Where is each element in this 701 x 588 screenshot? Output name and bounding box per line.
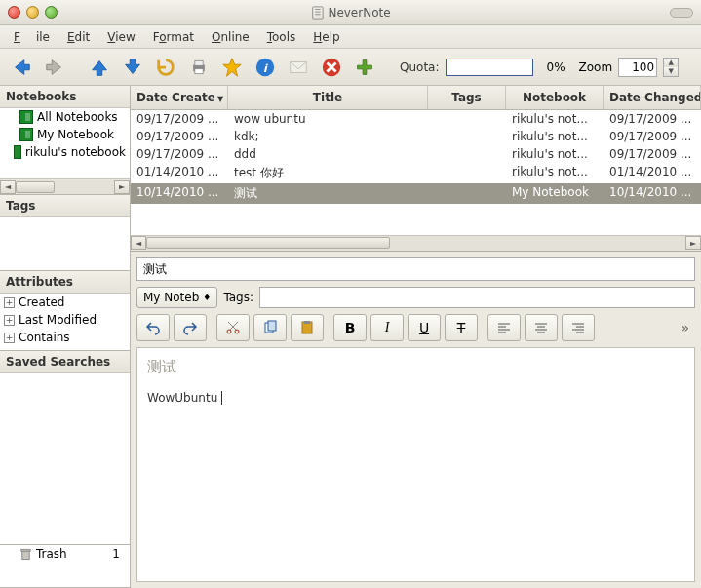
- table-row[interactable]: 01/14/2010 ...test 你好rikulu's not...01/1…: [131, 163, 701, 183]
- attributes-header[interactable]: Attributes: [0, 271, 130, 294]
- col-title[interactable]: Title: [228, 86, 428, 109]
- sync-button[interactable]: [152, 54, 179, 81]
- menu-edit[interactable]: Edit: [59, 27, 97, 47]
- expand-icon[interactable]: +: [4, 297, 15, 308]
- sort-desc-icon: ▼: [217, 95, 223, 103]
- cut-button[interactable]: [216, 314, 250, 341]
- trash-icon: [19, 547, 32, 561]
- notes-table: Date Create▼ Title Tags Notebook Date Ch…: [131, 86, 701, 252]
- window-title: NeverNote: [310, 6, 390, 20]
- menu-tools[interactable]: Tools: [259, 27, 304, 47]
- note-editor[interactable]: 测试 WowUbuntu: [136, 347, 695, 582]
- menu-online[interactable]: Online: [204, 27, 257, 47]
- paste-button[interactable]: [291, 314, 324, 341]
- menu-file[interactable]: File: [6, 27, 58, 47]
- table-row[interactable]: 09/17/2009 ...wow ubunturikulu's not...0…: [131, 110, 701, 128]
- menu-format[interactable]: Format: [145, 27, 202, 47]
- redo-button[interactable]: [174, 314, 207, 341]
- table-row[interactable]: 09/17/2009 ...dddrikulu's not...09/17/20…: [131, 145, 701, 163]
- quota-label: Quota:: [400, 60, 440, 74]
- trash-item[interactable]: Trash 1: [0, 545, 130, 563]
- svg-point-13: [227, 330, 231, 333]
- quota-percent: 0%: [547, 60, 565, 74]
- table-header: Date Create▼ Title Tags Notebook Date Ch…: [131, 86, 701, 110]
- maximize-button[interactable]: [45, 6, 58, 19]
- align-left-button[interactable]: [487, 314, 521, 341]
- favorite-button[interactable]: [218, 54, 246, 81]
- bold-button[interactable]: B: [333, 314, 367, 341]
- notebook-icon: [19, 110, 33, 124]
- zoom-label: Zoom: [579, 60, 613, 74]
- svg-rect-16: [268, 321, 276, 331]
- italic-button[interactable]: I: [370, 314, 404, 341]
- notebooks-scrollbar[interactable]: ◄►: [0, 178, 130, 194]
- table-row[interactable]: 10/14/2010 ...测试My Notebook10/14/2010 ..…: [131, 183, 701, 204]
- svg-rect-5: [195, 60, 203, 65]
- add-button[interactable]: [351, 54, 378, 81]
- quota-bar: [446, 59, 533, 76]
- tree-item-rikulu[interactable]: rikulu's notebook: [0, 143, 130, 161]
- col-notebook[interactable]: Notebook: [506, 86, 604, 109]
- svg-rect-12: [21, 549, 30, 551]
- notebooks-tree: All Notebooks My Notebook rikulu's noteb…: [0, 108, 130, 178]
- underline-button[interactable]: U: [408, 314, 441, 341]
- col-date-created[interactable]: Date Create▼: [131, 86, 228, 109]
- saved-searches-header[interactable]: Saved Searches: [0, 351, 130, 373]
- print-button[interactable]: [185, 54, 213, 81]
- undo-button[interactable]: [136, 314, 170, 341]
- tags-header[interactable]: Tags: [0, 195, 130, 217]
- info-button[interactable]: i: [252, 54, 279, 81]
- close-button[interactable]: [8, 6, 20, 19]
- main-toolbar: i Quota: 0% Zoom ▲▼: [0, 49, 701, 86]
- strikethrough-button[interactable]: T: [445, 314, 478, 341]
- sidebar: Notebooks All Notebooks My Notebook riku…: [0, 86, 131, 588]
- tree-item-my-notebook[interactable]: My Notebook: [0, 126, 130, 143]
- forward-button[interactable]: [41, 54, 68, 81]
- editor-body-text: WowUbuntu: [147, 391, 217, 405]
- menu-view[interactable]: View: [99, 27, 142, 47]
- align-right-button[interactable]: [562, 314, 595, 341]
- zoom-spinner[interactable]: ▲▼: [663, 58, 679, 77]
- mail-button[interactable]: [285, 54, 312, 81]
- app-icon: [310, 6, 324, 20]
- saved-searches-body: [0, 373, 130, 544]
- svg-rect-6: [195, 68, 203, 73]
- copy-button[interactable]: [253, 314, 287, 341]
- menubar: File Edit View Format Online Tools Help: [0, 25, 701, 49]
- attr-created[interactable]: +Created: [0, 294, 130, 311]
- table-body: 09/17/2009 ...wow ubunturikulu's not...0…: [131, 110, 701, 235]
- align-center-button[interactable]: [525, 314, 558, 341]
- menu-help[interactable]: Help: [305, 27, 347, 47]
- table-scrollbar[interactable]: ◄►: [131, 235, 701, 251]
- note-title-input[interactable]: [136, 257, 695, 281]
- format-toolbar: B I U T »: [136, 314, 695, 341]
- chevron-updown-icon: ♦: [203, 293, 211, 302]
- window-controls: [8, 6, 58, 19]
- delete-button[interactable]: [318, 54, 345, 81]
- svg-rect-11: [22, 551, 29, 559]
- toolbar-overflow[interactable]: »: [675, 320, 695, 335]
- expand-icon[interactable]: +: [4, 315, 15, 326]
- notebook-icon: [19, 128, 33, 141]
- expand-icon[interactable]: +: [4, 333, 15, 343]
- tree-item-all-notebooks[interactable]: All Notebooks: [0, 108, 130, 126]
- attributes-body: +Created +Last Modified +Contains: [0, 294, 130, 350]
- up-button[interactable]: [86, 54, 113, 81]
- svg-rect-0: [312, 6, 323, 18]
- back-button[interactable]: [8, 54, 35, 81]
- tags-body: [0, 217, 130, 270]
- attr-last-modified[interactable]: +Last Modified: [0, 311, 130, 329]
- col-date-changed[interactable]: Date Changed: [604, 86, 701, 109]
- attr-contains[interactable]: +Contains: [0, 329, 130, 346]
- minimize-button[interactable]: [26, 6, 39, 19]
- notebooks-header[interactable]: Notebooks: [0, 86, 130, 108]
- tags-label: Tags:: [223, 291, 253, 304]
- notebook-icon: [14, 145, 21, 159]
- down-button[interactable]: [119, 54, 146, 81]
- tags-input[interactable]: [259, 287, 695, 308]
- window-pill[interactable]: [670, 8, 693, 18]
- zoom-input[interactable]: [618, 58, 657, 77]
- table-row[interactable]: 09/17/2009 ...kdk;rikulu's not...09/17/2…: [131, 128, 701, 145]
- col-tags[interactable]: Tags: [428, 86, 506, 109]
- notebook-combo[interactable]: My Noteb♦: [136, 287, 217, 308]
